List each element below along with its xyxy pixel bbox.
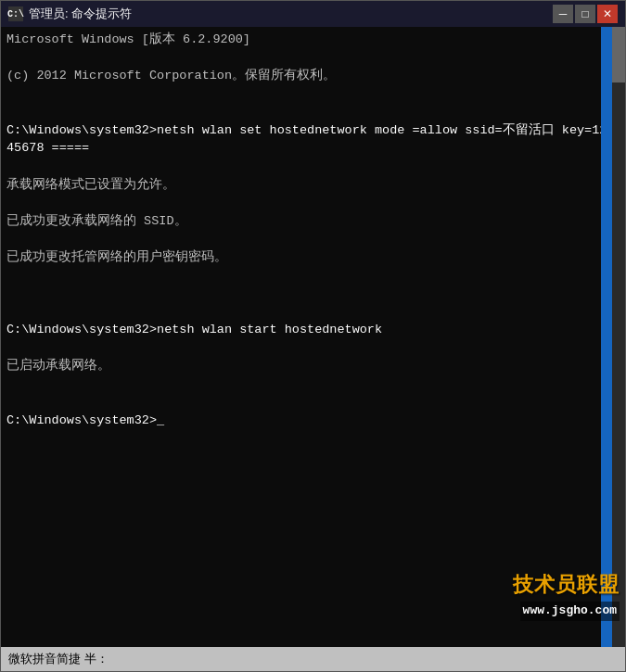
console-line: 已成功更改托管网络的用户密钥密码。 [6, 248, 620, 267]
console-line: (c) 2012 Microsoft Corporation。保留所有权利。 [6, 67, 620, 85]
minimize-button[interactable]: ─ [553, 5, 573, 23]
cmd-icon: C:\ [8, 6, 23, 21]
icon-label: C:\ [7, 9, 24, 19]
console-line: Microsoft Windows [版本 6.2.9200] [6, 31, 620, 49]
sidebar-stripe [601, 27, 612, 647]
watermark: 技术员联盟 www.jsgho.com [513, 570, 620, 621]
status-text: 微软拼音简捷 半： [8, 651, 109, 667]
title-bar-left: C:\ 管理员: 命令提示符 [8, 6, 132, 22]
watermark-main: 技术员联盟 [513, 570, 620, 600]
title-controls: ─ □ ✕ [553, 5, 618, 23]
status-bar: 微软拼音简捷 半： [1, 647, 625, 671]
close-button[interactable]: ✕ [597, 5, 618, 23]
watermark-url: www.jsgho.com [520, 602, 620, 621]
console-line: C:\Windows\system32>netsh wlan set hoste… [6, 121, 620, 158]
scrollbar[interactable] [612, 27, 625, 647]
console-line: C:\Windows\system32>_ [6, 412, 620, 430]
cmd-window: C:\ 管理员: 命令提示符 ─ □ ✕ Microsoft Windows [… [0, 0, 626, 672]
console-line: 承载网络模式已设置为允许。 [6, 176, 620, 195]
maximize-button[interactable]: □ [575, 5, 595, 23]
console-area[interactable]: Microsoft Windows [版本 6.2.9200] (c) 2012… [1, 27, 625, 647]
console-line: C:\Windows\system32>netsh wlan start hos… [6, 321, 620, 339]
console-line: 已成功更改承载网络的 SSID。 [6, 212, 620, 231]
window-title: 管理员: 命令提示符 [29, 6, 132, 22]
console-output: Microsoft Windows [版本 6.2.9200] (c) 2012… [6, 31, 620, 448]
console-line: 已启动承载网络。 [6, 357, 620, 375]
title-bar: C:\ 管理员: 命令提示符 ─ □ ✕ [1, 1, 625, 27]
scrollbar-thumb[interactable] [612, 27, 625, 82]
